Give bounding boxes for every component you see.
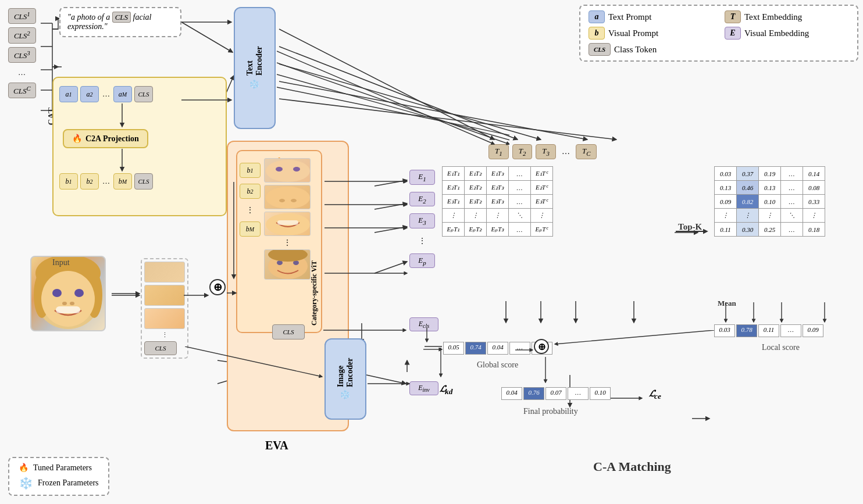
cls-vit-token: CLS — [272, 324, 305, 339]
image-encoder-box: ❄️ ImageEncoder — [324, 338, 366, 420]
text-prompt-content: "a photo of a CLS facial expression." — [67, 12, 151, 31]
cell-epdots: … — [509, 223, 531, 237]
ls-0-78: 0.78 — [736, 324, 757, 337]
patch-img-1 — [144, 262, 185, 283]
fp-0-10: 0.10 — [590, 387, 611, 400]
patches-to-imgenc-arrow — [185, 346, 328, 381]
topk-0-13b: 0.13 — [759, 181, 781, 195]
topk-0-08: 0.08 — [803, 181, 825, 195]
topk-0-10: 0.10 — [759, 195, 781, 209]
tc-token: TC — [576, 144, 597, 159]
imgenc-to-einv-arrow — [368, 378, 414, 389]
matrix-row-2: E₂T₁ E₂T₂ E₂T₃ … E₂Tᶜ — [443, 181, 553, 195]
topk-row-1: 0.03 0.37 0.19 … 0.14 — [715, 167, 825, 181]
svg-point-39 — [276, 167, 283, 171]
fp-0-07: 0.07 — [545, 387, 566, 400]
final-prob-label: Final probability — [523, 407, 578, 416]
legend-item-text-embedding: T Text Embedding — [725, 10, 849, 23]
btokens-to-plus-arrow — [228, 182, 240, 282]
text-encoder-box: ❄️ TextEncoder — [234, 7, 276, 129]
topk-matrix-table: 0.03 0.37 0.19 … 0.14 0.13 0.46 0.13 … 0… — [714, 166, 825, 237]
cell-ept3: EₚT₃ — [487, 223, 509, 237]
topk-row-dots: ⋮ ⋮ ⋮ ⋱ ⋮ — [715, 209, 825, 223]
e1-token: E1 — [409, 170, 435, 185]
t3-token: T3 — [536, 144, 556, 159]
lce-arrow — [611, 394, 646, 402]
svg-point-41 — [266, 187, 310, 209]
cls-token-1: CLS1 — [8, 8, 36, 24]
topk-0-37: 0.37 — [737, 167, 759, 181]
c2a-to-b-arrow — [116, 149, 128, 174]
svg-line-66 — [277, 74, 509, 144]
gs-0-74: 0.74 — [465, 342, 486, 355]
text-encoder-label: TextEncoder — [245, 47, 264, 76]
matrix-row-dots: ⋮ ⋮ ⋮ ⋱ ⋮ — [443, 209, 553, 223]
cell-e2tc: E₂Tᶜ — [531, 181, 553, 195]
visual-prompt-badge: b — [589, 27, 605, 40]
topk-0-11: 0.11 — [715, 223, 737, 237]
am-token: aM — [113, 86, 132, 102]
face-patch-3 — [264, 212, 311, 236]
class-token-label: Class Token — [614, 45, 657, 55]
global-score-label: Global score — [477, 360, 518, 370]
prompt-to-encoder-arrow — [181, 16, 235, 28]
frozen-label: Frozen Parameters — [38, 478, 99, 488]
class-token-badge: CLS — [589, 43, 611, 56]
e-dots: ⋮ — [409, 235, 435, 246]
b2-token: b2 — [80, 173, 99, 190]
svg-point-59 — [62, 302, 67, 305]
patch-cls-token: CLS — [144, 341, 177, 355]
topk-row-3: 0.09 0.82 0.10 … 0.33 — [715, 195, 825, 209]
fp-dots: … — [568, 387, 589, 400]
topk-matrix: 0.03 0.37 0.19 … 0.14 0.13 0.46 0.13 … 0… — [714, 166, 825, 237]
image-encoder-label: ImageEncoder — [336, 358, 355, 388]
a-to-c2a-arrow — [116, 103, 128, 130]
face-patch-full — [264, 249, 311, 280]
bm-token: bM — [113, 173, 132, 190]
t2-token: T2 — [512, 144, 533, 159]
gs-0-04: 0.04 — [487, 342, 508, 355]
svg-line-80 — [555, 330, 714, 344]
topk-0-18: 0.18 — [803, 223, 825, 237]
topk-0-25: 0.25 — [759, 223, 781, 237]
snowflake-icon-legend: ❄️ — [19, 476, 33, 490]
a1-token: a1 — [59, 86, 78, 102]
text-embedding-badge: T — [725, 10, 741, 23]
cls-token-3: CLS3 — [8, 47, 36, 63]
legend-item-visual-embedding: E Visual Embedding — [725, 27, 849, 40]
topk-0-13: 0.13 — [715, 181, 737, 195]
c2a-label: C2A Projection — [85, 134, 139, 144]
patch-img-2 — [144, 285, 185, 306]
face-image-svg — [31, 257, 105, 330]
a-cls-token: CLS — [134, 86, 153, 102]
topk-row-last: 0.11 0.30 0.25 … 0.18 — [715, 223, 825, 237]
visual-embedding-badge: E — [725, 27, 741, 40]
ls-0-09: 0.09 — [803, 324, 823, 337]
ca-matching-label: C-A Matching — [593, 459, 671, 474]
local-score-label: Local score — [762, 343, 800, 352]
topk-0-82: 0.82 — [737, 195, 759, 209]
svg-point-38 — [266, 160, 310, 182]
cell-e2dots: … — [509, 181, 531, 195]
bottom-legend: 🔥 Tuned Parameters ❄️ Frozen Parameters — [8, 457, 109, 496]
fp-0-04: 0.04 — [501, 387, 522, 400]
topk-0-30: 0.30 — [737, 223, 759, 237]
topk-0-19: 0.19 — [759, 167, 781, 181]
tuned-label: Tuned Parameters — [33, 463, 92, 473]
svg-line-9 — [226, 76, 234, 94]
global-to-plus-arrow — [515, 346, 536, 354]
snowflake-icon-text: ❄️ — [249, 79, 260, 90]
ecls-to-global-arrow — [423, 345, 445, 353]
topk-arrow — [676, 227, 711, 236]
cell-e3t2: E₃T₂ — [465, 195, 487, 209]
atokens-to-encoder-arrow — [181, 94, 235, 106]
local-score-row: 0.03 0.78 0.11 … 0.09 — [714, 324, 823, 337]
cls-token-2: CLS2 — [8, 27, 36, 43]
cell-e1dots: … — [509, 167, 531, 181]
lkd-label: 𝓛kd — [440, 384, 452, 396]
local-to-plus-arrow — [547, 330, 719, 349]
cell-eptc: EₚTᶜ — [531, 223, 553, 237]
text-prompt-label: Text Prompt — [608, 12, 651, 22]
cls-column: CLS1 CLS2 CLS3 … CLSC — [8, 8, 36, 98]
ls-0-11: 0.11 — [758, 324, 779, 337]
